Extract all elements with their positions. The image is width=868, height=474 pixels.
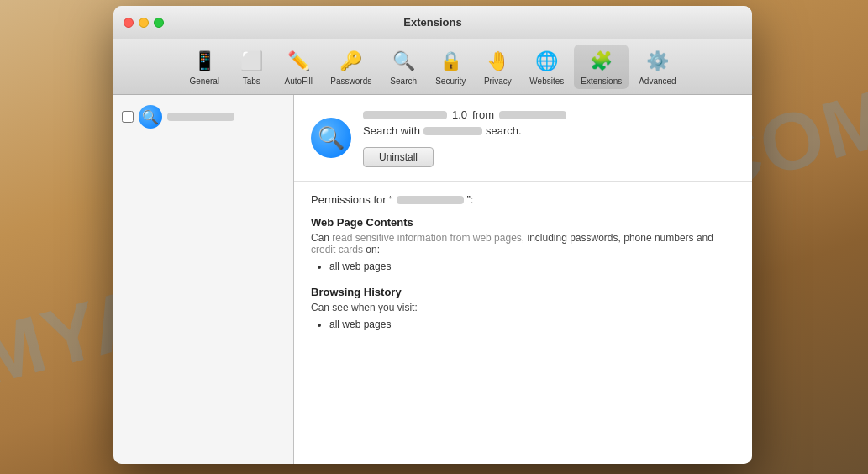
browsing-history-list: all web pages <box>311 319 735 330</box>
toolbar-item-passwords[interactable]: Passwords <box>324 45 378 89</box>
wpc-desc-read: read sensitive information from web page… <box>332 232 521 244</box>
extensions-icon <box>588 48 615 75</box>
extension-name-bar <box>167 113 234 121</box>
browsing-history-desc: Can see when you visit: <box>311 302 735 313</box>
passwords-icon <box>338 48 365 75</box>
extension-from-bar <box>499 111 566 119</box>
bh-list-item: all web pages <box>329 319 735 330</box>
extension-header: 🔍 1.0 from Search with search. Unins <box>294 95 752 182</box>
wpc-desc-prefix: Can <box>311 232 332 244</box>
toolbar-item-privacy[interactable]: Privacy <box>476 45 519 89</box>
extension-description: Search with search. <box>363 124 566 137</box>
wpc-desc-end: on: <box>363 244 380 255</box>
titlebar: Extensions <box>113 6 752 40</box>
toolbar-label-autofill: AutoFill <box>285 76 313 86</box>
traffic-lights <box>124 18 164 28</box>
tabs-icon <box>238 48 265 75</box>
extension-version: 1.0 <box>452 108 467 121</box>
browsing-history-title: Browsing History <box>311 286 735 298</box>
autofill-icon <box>285 48 312 75</box>
main-panel: 🔍 1.0 from Search with search. Unins <box>294 95 752 464</box>
toolbar-item-websites[interactable]: Websites <box>523 45 571 89</box>
wpc-desc-suffix: , including passwords, phone numbers and <box>522 232 713 244</box>
uninstall-button[interactable]: Uninstall <box>363 147 434 167</box>
toolbar-item-advanced[interactable]: Advanced <box>632 45 682 89</box>
extension-name-row: 1.0 from <box>363 108 566 121</box>
toolbar-item-autofill[interactable]: AutoFill <box>276 45 320 89</box>
wpc-desc-cards: credit cards <box>311 244 363 255</box>
search-icon <box>390 48 417 75</box>
extension-info: 1.0 from Search with search. Uninstall <box>363 108 566 167</box>
permissions-prefix: Permissions for “ <box>311 193 393 206</box>
extension-name-redacted <box>363 111 447 119</box>
permissions-suffix: ”: <box>467 193 474 206</box>
toolbar-item-general[interactable]: General <box>182 45 226 89</box>
toolbar-label-search: Search <box>390 76 417 86</box>
window-title: Extensions <box>403 16 461 29</box>
toolbar-label-general: General <box>190 76 220 86</box>
main-window: Extensions General Tabs AutoFill Passwor… <box>113 6 752 464</box>
privacy-icon <box>484 48 511 75</box>
toolbar: General Tabs AutoFill Passwords Search S… <box>113 40 752 95</box>
content-area: 🔍 🔍 1.0 from Search with <box>113 95 752 464</box>
search-with-label: Search with <box>363 124 420 137</box>
toolbar-label-advanced: Advanced <box>639 76 676 86</box>
permissions-panel: Permissions for “ ”: Web Page Contents C… <box>294 182 752 464</box>
extension-from: from <box>472 108 494 121</box>
toolbar-item-search[interactable]: Search <box>381 45 425 89</box>
sidebar-header: 🔍 <box>113 102 293 135</box>
toolbar-item-security[interactable]: Security <box>429 45 472 89</box>
minimize-button[interactable] <box>139 18 149 28</box>
web-page-contents-list: all web pages <box>311 261 735 272</box>
toolbar-label-privacy: Privacy <box>484 76 512 86</box>
web-page-contents-title: Web Page Contents <box>311 216 735 229</box>
web-page-contents-desc: Can read sensitive information from web … <box>311 232 735 255</box>
advanced-icon <box>644 48 671 75</box>
toolbar-label-security: Security <box>435 76 466 86</box>
toolbar-label-passwords: Passwords <box>330 76 371 86</box>
permissions-name-bar <box>397 196 464 204</box>
extension-list-icon: 🔍 <box>139 105 162 129</box>
extension-checkbox[interactable] <box>122 111 134 123</box>
uninstall-button-wrap: Uninstall <box>363 140 566 167</box>
search-suffix: search. <box>486 124 522 137</box>
security-icon <box>437 48 464 75</box>
toolbar-item-extensions[interactable]: Extensions <box>574 45 629 89</box>
close-button[interactable] <box>124 18 134 28</box>
extension-icon: 🔍 <box>311 118 351 158</box>
websites-icon <box>534 48 560 75</box>
toolbar-item-tabs[interactable]: Tabs <box>229 45 273 89</box>
wpc-list-item: all web pages <box>329 261 735 272</box>
web-page-contents-section: Web Page Contents Can read sensitive inf… <box>311 216 735 272</box>
general-icon <box>191 48 218 75</box>
sidebar: 🔍 <box>113 95 294 464</box>
permissions-title: Permissions for “ ”: <box>311 193 735 206</box>
toolbar-label-tabs: Tabs <box>243 76 260 86</box>
browsing-history-section: Browsing History Can see when you visit:… <box>311 286 735 330</box>
toolbar-label-extensions: Extensions <box>581 76 622 86</box>
maximize-button[interactable] <box>154 18 164 28</box>
extension-desc-bar <box>423 127 482 135</box>
toolbar-label-websites: Websites <box>529 76 564 86</box>
